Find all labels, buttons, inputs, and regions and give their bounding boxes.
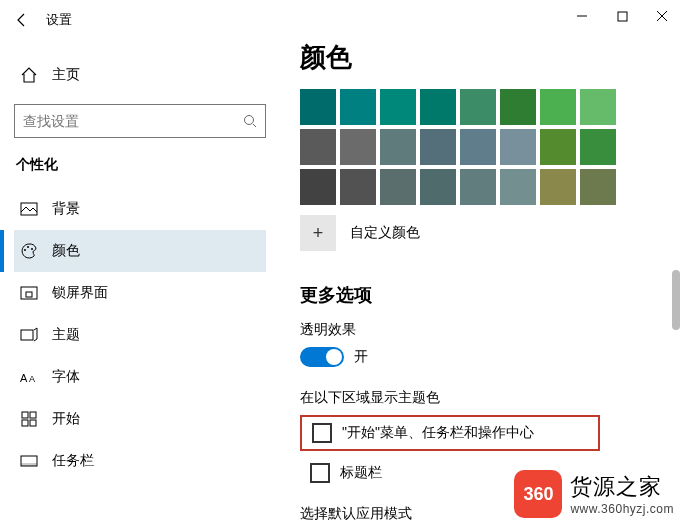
color-swatch[interactable] [340, 129, 376, 165]
nav-item-lockscreen[interactable]: 锁屏界面 [14, 272, 266, 314]
color-swatch[interactable] [300, 89, 336, 125]
transparency-toggle[interactable] [300, 347, 344, 367]
svg-rect-8 [21, 330, 33, 340]
nav-item-colors[interactable]: 颜色 [14, 230, 266, 272]
color-swatch[interactable] [340, 169, 376, 205]
arrow-left-icon [14, 12, 30, 28]
color-swatch[interactable] [580, 89, 616, 125]
color-swatch[interactable] [500, 169, 536, 205]
nav-label: 字体 [52, 368, 80, 386]
color-swatch[interactable] [580, 169, 616, 205]
home-icon [20, 66, 38, 84]
svg-rect-16 [21, 463, 37, 466]
svg-point-4 [27, 246, 29, 248]
color-swatch[interactable] [500, 129, 536, 165]
section-label: 个性化 [16, 156, 266, 174]
nav-label: 颜色 [52, 242, 80, 260]
watermark: 360 货源之家 www.360hyzj.com [514, 470, 674, 518]
color-swatch[interactable] [380, 89, 416, 125]
color-swatch[interactable] [540, 89, 576, 125]
color-swatch[interactable] [540, 129, 576, 165]
palette-icon [20, 242, 38, 260]
color-swatch[interactable] [460, 129, 496, 165]
color-swatch[interactable] [300, 169, 336, 205]
color-swatch-grid [300, 89, 670, 205]
nav-item-taskbar[interactable]: 任务栏 [14, 440, 266, 482]
start-icon [20, 410, 38, 428]
color-swatch[interactable] [420, 169, 456, 205]
color-swatch[interactable] [380, 169, 416, 205]
nav-label: 任务栏 [52, 452, 94, 470]
nav-item-themes[interactable]: 主题 [14, 314, 266, 356]
svg-rect-12 [30, 412, 36, 418]
nav-label: 锁屏界面 [52, 284, 108, 302]
svg-rect-7 [26, 292, 32, 297]
svg-point-5 [31, 248, 33, 250]
minimize-button[interactable] [562, 0, 602, 32]
color-swatch[interactable] [420, 129, 456, 165]
watermark-badge: 360 [514, 470, 562, 518]
close-button[interactable] [642, 0, 682, 32]
checkbox-start-taskbar[interactable]: "开始"菜单、任务栏和操作中心 [312, 423, 588, 443]
maximize-button[interactable] [602, 0, 642, 32]
color-swatch[interactable] [380, 129, 416, 165]
maximize-icon [617, 11, 628, 22]
color-swatch[interactable] [300, 129, 336, 165]
highlighted-option: "开始"菜单、任务栏和操作中心 [300, 415, 600, 451]
sidebar: 主页 个性化 背景 颜色 锁屏界面 主题 AA 字体 开始 任务栏 [0, 40, 280, 528]
svg-rect-0 [618, 12, 627, 21]
color-swatch[interactable] [540, 169, 576, 205]
svg-point-3 [24, 249, 26, 251]
picture-icon [20, 200, 38, 218]
theme-icon [20, 326, 38, 344]
nav-label: 开始 [52, 410, 80, 428]
home-button[interactable]: 主页 [14, 60, 266, 90]
checkbox-label: "开始"菜单、任务栏和操作中心 [342, 424, 534, 442]
color-swatch[interactable] [460, 169, 496, 205]
transparency-state: 开 [354, 348, 368, 366]
color-swatch[interactable] [580, 129, 616, 165]
color-swatch[interactable] [340, 89, 376, 125]
checkbox-label: 标题栏 [340, 464, 382, 482]
search-icon [243, 114, 257, 128]
custom-color-label: 自定义颜色 [350, 224, 420, 242]
nav-item-fonts[interactable]: AA 字体 [14, 356, 266, 398]
svg-rect-13 [22, 420, 28, 426]
svg-rect-14 [30, 420, 36, 426]
search-input[interactable] [23, 113, 243, 129]
nav-item-background[interactable]: 背景 [14, 188, 266, 230]
page-title: 颜色 [300, 40, 670, 75]
checkbox-icon [310, 463, 330, 483]
custom-color-row[interactable]: + 自定义颜色 [300, 215, 670, 251]
search-input-wrap[interactable] [14, 104, 266, 138]
nav-label: 背景 [52, 200, 80, 218]
back-button[interactable] [6, 4, 38, 36]
svg-rect-11 [22, 412, 28, 418]
svg-point-1 [245, 116, 254, 125]
font-icon: AA [20, 368, 38, 386]
svg-text:A: A [20, 372, 28, 384]
svg-text:A: A [29, 374, 35, 384]
minimize-icon [576, 10, 588, 22]
window-title: 设置 [46, 11, 72, 29]
watermark-url: www.360hyzj.com [570, 502, 674, 516]
scrollbar-thumb[interactable] [672, 270, 680, 330]
nav-label: 主题 [52, 326, 80, 344]
home-label: 主页 [52, 66, 80, 84]
close-icon [656, 10, 668, 22]
transparency-label: 透明效果 [300, 321, 670, 339]
accent-areas-heading: 在以下区域显示主题色 [300, 389, 670, 407]
color-swatch[interactable] [500, 89, 536, 125]
nav-item-start[interactable]: 开始 [14, 398, 266, 440]
plus-icon: + [300, 215, 336, 251]
checkbox-icon [312, 423, 332, 443]
color-swatch[interactable] [460, 89, 496, 125]
color-swatch[interactable] [420, 89, 456, 125]
lockscreen-icon [20, 284, 38, 302]
watermark-text-cn: 货源之家 [570, 472, 662, 502]
taskbar-icon [20, 452, 38, 470]
more-options-heading: 更多选项 [300, 283, 670, 307]
main-content: 颜色 + 自定义颜色 更多选项 透明效果 开 在以下区域显示主题色 "开始"菜单… [300, 40, 682, 528]
